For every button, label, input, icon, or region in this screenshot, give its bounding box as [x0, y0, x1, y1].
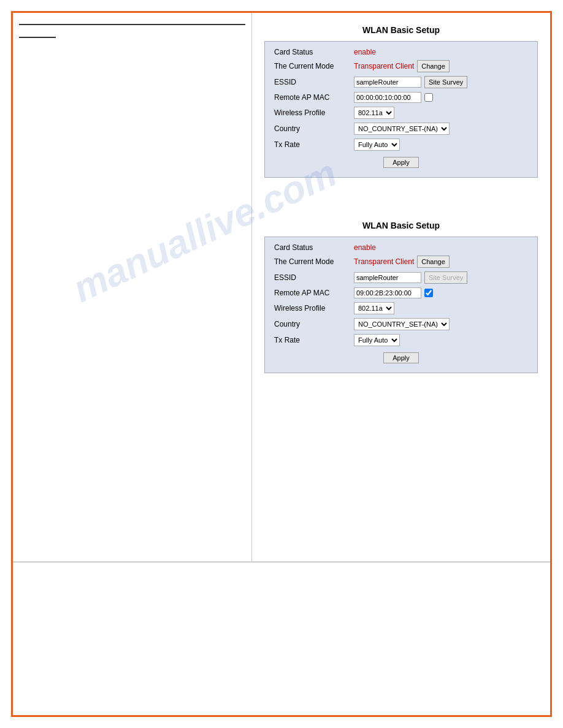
current-mode-value-1: Transparent Client Change [354, 60, 450, 72]
country-select-1[interactable]: NO_COUNTRY_SET-(NA) [354, 123, 450, 135]
wlan-title-1: WLAN Basic Setup [264, 25, 538, 35]
remote-mac-row-2: Remote AP MAC [274, 287, 528, 298]
tx-rate-select-1[interactable]: Fully Auto [354, 138, 400, 151]
tx-rate-value-2: Fully Auto [354, 334, 400, 346]
outer-border: manuallive.com WLAN Basic Setup Card Sta… [11, 11, 552, 717]
wireless-profile-select-1[interactable]: 802.11a 802.11b 802.11g 802.11n [354, 107, 394, 119]
change-button-2[interactable]: Change [417, 256, 450, 268]
change-button-1[interactable]: Change [417, 60, 450, 72]
wlan-section-2: WLAN Basic Setup Card Status enable The … [252, 208, 550, 385]
remote-mac-input-2[interactable] [354, 287, 421, 298]
wireless-profile-label-2: Wireless Profile [274, 304, 354, 313]
wlan-form-1: Card Status enable The Current Mode Tran… [264, 41, 538, 178]
sidebar-title-bar [19, 22, 245, 25]
sidebar-subtitle [19, 28, 56, 38]
apply-button-1[interactable]: Apply [383, 157, 419, 168]
current-mode-text-2: Transparent Client [354, 257, 414, 266]
country-label-2: Country [274, 320, 354, 328]
remote-mac-input-1[interactable] [354, 92, 421, 103]
essid-label-2: ESSID [274, 273, 354, 282]
wireless-profile-value-2: 802.11a 802.11b 802.11g 802.11n [354, 302, 394, 314]
sidebar [13, 13, 252, 561]
wireless-profile-label-1: Wireless Profile [274, 108, 354, 117]
wireless-profile-row-2: Wireless Profile 802.11a 802.11b 802.11g… [274, 302, 528, 314]
card-status-row-2: Card Status enable [274, 243, 528, 252]
wlan-section-1: WLAN Basic Setup Card Status enable The … [252, 13, 550, 190]
wireless-profile-row-1: Wireless Profile 802.11a 802.11b 802.11g… [274, 107, 528, 119]
tx-rate-label-2: Tx Rate [274, 336, 354, 344]
country-select-2[interactable]: NO_COUNTRY_SET-(NA) [354, 318, 450, 330]
card-status-text-1: enable [354, 48, 376, 56]
country-row-2: Country NO_COUNTRY_SET-(NA) [274, 318, 528, 330]
tx-rate-row-1: Tx Rate Fully Auto [274, 138, 528, 151]
tx-rate-select-2[interactable]: Fully Auto [354, 334, 400, 346]
country-value-1: NO_COUNTRY_SET-(NA) [354, 123, 450, 135]
wlan-title-2: WLAN Basic Setup [264, 221, 538, 230]
country-value-2: NO_COUNTRY_SET-(NA) [354, 318, 450, 330]
essid-value-1: Site Survey [354, 76, 467, 88]
remote-mac-checkbox-1[interactable] [424, 93, 433, 102]
wireless-profile-value-1: 802.11a 802.11b 802.11g 802.11n [354, 107, 394, 119]
wireless-profile-select-2[interactable]: 802.11a 802.11b 802.11g 802.11n [354, 302, 394, 314]
apply-button-2[interactable]: Apply [383, 352, 419, 363]
essid-row-2: ESSID Site Survey [274, 271, 528, 284]
current-mode-row-2: The Current Mode Transparent Client Chan… [274, 256, 528, 268]
current-mode-text-1: Transparent Client [354, 62, 414, 70]
essid-input-1[interactable] [354, 77, 421, 88]
remote-mac-row-1: Remote AP MAC [274, 92, 528, 103]
tx-rate-value-1: Fully Auto [354, 138, 400, 151]
main-content: manuallive.com WLAN Basic Setup Card Sta… [13, 13, 550, 562]
card-status-value-1: enable [354, 48, 376, 56]
tx-rate-row-2: Tx Rate Fully Auto [274, 334, 528, 346]
remote-mac-value-1 [354, 92, 433, 103]
tx-rate-label-1: Tx Rate [274, 140, 354, 149]
wlan-form-2: Card Status enable The Current Mode Tran… [264, 237, 538, 373]
current-mode-label-1: The Current Mode [274, 62, 354, 70]
site-survey-button-2[interactable]: Site Survey [424, 271, 467, 284]
remote-mac-value-2 [354, 287, 433, 298]
card-status-text-2: enable [354, 243, 376, 252]
card-status-value-2: enable [354, 243, 376, 252]
current-mode-label-2: The Current Mode [274, 257, 354, 266]
card-status-label-1: Card Status [274, 48, 354, 56]
essid-input-2[interactable] [354, 272, 421, 283]
remote-mac-label-1: Remote AP MAC [274, 93, 354, 102]
content-area: WLAN Basic Setup Card Status enable The … [252, 13, 550, 561]
current-mode-row-1: The Current Mode Transparent Client Chan… [274, 60, 528, 72]
country-label-1: Country [274, 124, 354, 133]
remote-mac-label-2: Remote AP MAC [274, 289, 354, 297]
remote-mac-checkbox-2[interactable] [424, 289, 433, 297]
card-status-row-1: Card Status enable [274, 48, 528, 56]
site-survey-button-1[interactable]: Site Survey [424, 76, 467, 88]
essid-label-1: ESSID [274, 78, 354, 86]
essid-value-2: Site Survey [354, 271, 467, 284]
card-status-label-2: Card Status [274, 243, 354, 252]
bottom-area [13, 562, 550, 715]
essid-row-1: ESSID Site Survey [274, 76, 528, 88]
current-mode-value-2: Transparent Client Change [354, 256, 450, 268]
country-row-1: Country NO_COUNTRY_SET-(NA) [274, 123, 528, 135]
section-divider [252, 190, 550, 208]
